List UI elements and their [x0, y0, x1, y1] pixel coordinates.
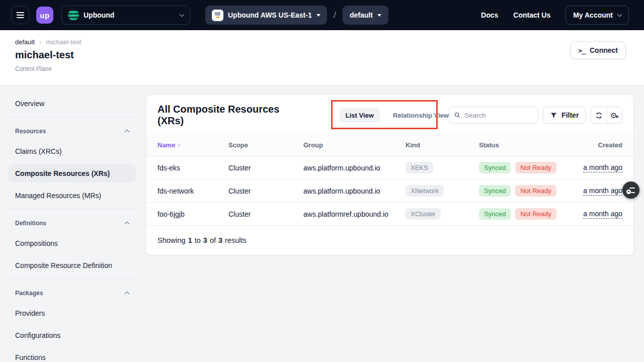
sidebar-divider: [8, 117, 136, 117]
cell-name: fds-network: [157, 187, 228, 195]
cell-kind: XEKS: [406, 162, 479, 173]
column-header-status[interactable]: Status: [479, 141, 583, 149]
panel-title: All Composite Resources (XRs): [157, 104, 296, 127]
cell-scope: Cluster: [228, 164, 303, 172]
organization-avatar-icon: [68, 10, 79, 21]
sidebar: Overview Resources Claims (XRCs) Composi…: [8, 95, 136, 362]
refresh-button[interactable]: [591, 107, 606, 123]
results-to: 3: [203, 236, 207, 244]
cell-group: aws.platformref.upbound.io: [303, 210, 406, 218]
hamburger-menu-icon[interactable]: [11, 6, 29, 24]
terminal-icon: >_: [578, 47, 585, 54]
caret-down-icon: [316, 14, 320, 17]
column-header-group[interactable]: Group: [303, 141, 406, 149]
chevron-up-icon: [125, 130, 130, 135]
cell-status: Synced Not Ready: [479, 208, 583, 220]
column-header-name[interactable]: Name ↑: [157, 141, 228, 149]
column-header-scope[interactable]: Scope: [228, 141, 303, 149]
table-header-row: Name ↑ Scope Group Kind Status Created: [146, 134, 633, 156]
table-results-summary: Showing 1 to 3 of 3 results: [146, 226, 633, 255]
cell-kind: XNetwork: [406, 185, 479, 197]
view-toggle: List View Relationship View: [340, 108, 449, 123]
filter-button[interactable]: Filter: [543, 107, 586, 124]
search-icon: [454, 112, 460, 119]
floating-widget-button[interactable]: [622, 182, 639, 199]
panel-header: All Composite Resources (XRs) List View …: [146, 95, 633, 134]
my-account-label: My Account: [573, 11, 613, 19]
tab-list-view[interactable]: List View: [340, 108, 380, 123]
table-actions: ⚙: [591, 107, 622, 124]
search-input[interactable]: [464, 112, 533, 119]
composite-resources-panel: All Composite Resources (XRs) List View …: [146, 95, 634, 255]
sidebar-item-managed-resources[interactable]: Managed Resources (MRs): [8, 187, 136, 205]
status-badge-not-ready: Not Ready: [515, 185, 556, 197]
status-badge-not-ready: Not Ready: [515, 162, 556, 173]
form-list-icon: [627, 187, 635, 194]
my-account-button[interactable]: My Account: [566, 6, 629, 25]
sidebar-section-resources[interactable]: Resources: [8, 124, 136, 138]
kind-badge: XEKS: [406, 162, 433, 173]
sidebar-divider: [8, 209, 136, 209]
kind-badge: XNetwork: [406, 185, 444, 197]
sidebar-section-definitions-label: Definitions: [15, 220, 46, 227]
upbound-logo[interactable]: up: [36, 7, 53, 24]
breadcrumb-separator: /: [334, 10, 336, 21]
group-select[interactable]: default: [343, 6, 388, 25]
results-from: 1: [188, 236, 192, 244]
organization-select-label: Upbound: [84, 11, 114, 19]
status-badge-not-ready: Not Ready: [515, 208, 556, 220]
cell-scope: Cluster: [228, 210, 303, 218]
control-plane-icon: [212, 10, 223, 21]
breadcrumb-root[interactable]: default: [15, 38, 35, 46]
filter-funnel-icon: [550, 112, 557, 119]
sidebar-item-claims[interactable]: Claims (XRCs): [8, 142, 136, 160]
chevron-down-icon: [617, 12, 622, 17]
sidebar-item-configurations[interactable]: Configurations: [8, 326, 136, 344]
column-header-created[interactable]: Created: [583, 141, 622, 149]
page-subtitle: Control Plane: [15, 65, 626, 72]
sidebar-item-overview[interactable]: Overview: [8, 95, 136, 113]
status-badge-synced: Synced: [479, 185, 511, 197]
status-badge-synced: Synced: [479, 162, 511, 173]
sidebar-section-packages-label: Packages: [15, 290, 43, 297]
organization-select[interactable]: Upbound: [61, 6, 190, 25]
table-row[interactable]: fds-eks Cluster aws.platform.upbound.io …: [146, 156, 633, 179]
column-header-kind[interactable]: Kind: [406, 141, 479, 149]
sidebar-item-providers[interactable]: Providers: [8, 304, 136, 322]
created-timestamp[interactable]: a month ago: [583, 187, 622, 196]
top-navbar: up Upbound Upbound AWS US-East-1 / defau…: [0, 0, 644, 30]
play-icon: [616, 115, 619, 118]
created-timestamp[interactable]: a month ago: [583, 163, 622, 172]
auto-refresh-settings-button[interactable]: ⚙: [607, 107, 622, 123]
page-header: default › michael-test michael-test Cont…: [0, 30, 644, 85]
connect-button[interactable]: >_ Connect: [570, 41, 626, 59]
page-title: michael-test: [15, 49, 626, 61]
table-row[interactable]: foo-6jgjb Cluster aws.platformref.upboun…: [146, 203, 633, 226]
cell-name: fds-eks: [157, 164, 228, 172]
sort-ascending-icon: ↑: [177, 141, 181, 149]
cell-name: foo-6jgjb: [157, 210, 228, 218]
sidebar-item-functions[interactable]: Functions: [8, 348, 136, 362]
nav-link-contact-us[interactable]: Contact Us: [513, 11, 550, 19]
sidebar-item-compositions[interactable]: Compositions: [8, 234, 136, 252]
chevron-up-icon: [125, 222, 130, 227]
cell-group: aws.platform.upbound.io: [303, 187, 406, 195]
sidebar-item-composite-resources[interactable]: Composite Resources (XRs): [8, 164, 136, 183]
search-box: [449, 107, 538, 124]
sidebar-section-definitions[interactable]: Definitions: [8, 216, 136, 230]
filter-button-label: Filter: [561, 111, 579, 119]
control-plane-select[interactable]: Upbound AWS US-East-1: [205, 6, 327, 25]
sidebar-item-composite-resource-definition[interactable]: Composite Resource Definition: [8, 256, 136, 275]
cell-status: Synced Not Ready: [479, 185, 583, 197]
breadcrumb: default › michael-test: [15, 38, 626, 46]
tab-relationship-view[interactable]: Relationship View: [393, 112, 449, 119]
cell-status: Synced Not Ready: [479, 162, 583, 173]
sidebar-section-packages[interactable]: Packages: [8, 286, 136, 300]
connect-button-label: Connect: [590, 46, 618, 54]
created-timestamp[interactable]: a month ago: [583, 210, 622, 219]
table-row[interactable]: fds-network Cluster aws.platform.upbound…: [146, 179, 633, 203]
control-plane-select-label: Upbound AWS US-East-1: [228, 11, 312, 19]
nav-link-docs[interactable]: Docs: [481, 11, 498, 19]
breadcrumb-chevron-icon: ›: [39, 38, 41, 46]
cell-created: a month ago: [583, 187, 622, 196]
